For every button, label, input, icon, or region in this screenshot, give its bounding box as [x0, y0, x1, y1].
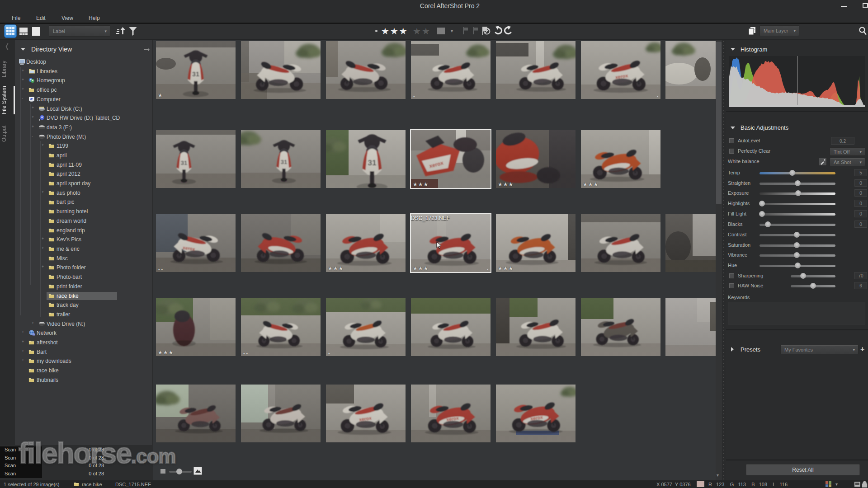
svg-text:31: 31 [368, 158, 377, 167]
svg-text:31: 31 [181, 160, 188, 166]
svg-text:31: 31 [281, 159, 288, 165]
svg-text:31: 31 [192, 70, 199, 78]
